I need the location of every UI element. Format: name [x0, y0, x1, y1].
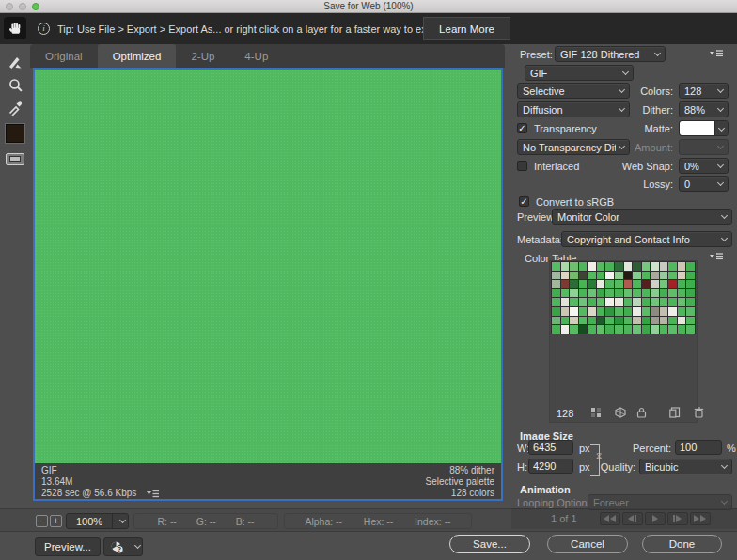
color-swatch[interactable]: [561, 307, 570, 316]
color-swatch[interactable]: [561, 262, 570, 271]
color-swatch[interactable]: [552, 307, 560, 316]
color-swatch[interactable]: [668, 317, 677, 325]
color-swatch[interactable]: [579, 298, 588, 306]
color-swatch[interactable]: [633, 317, 641, 325]
color-swatch[interactable]: [597, 298, 605, 306]
color-swatch[interactable]: [570, 272, 578, 280]
color-swatch[interactable]: [570, 317, 578, 325]
color-swatch[interactable]: [678, 289, 686, 298]
color-swatch[interactable]: [642, 325, 651, 334]
color-swatch[interactable]: [552, 280, 560, 288]
width-input[interactable]: [528, 440, 573, 455]
tab-original[interactable]: Original: [30, 44, 98, 68]
color-swatch[interactable]: [615, 289, 623, 298]
color-swatch[interactable]: [605, 289, 614, 298]
color-swatch[interactable]: [651, 325, 659, 334]
percent-input[interactable]: [675, 440, 722, 455]
color-swatch[interactable]: [570, 262, 578, 271]
color-swatch[interactable]: [642, 272, 651, 280]
transparency-dither-select[interactable]: No Transparency Dit...: [517, 139, 630, 155]
color-swatch[interactable]: [686, 298, 695, 306]
optimize-menu-button[interactable]: [710, 50, 724, 58]
palette-select[interactable]: Selective: [517, 83, 630, 99]
color-swatch[interactable]: [615, 317, 623, 325]
color-swatch[interactable]: [633, 298, 641, 306]
zoom-level-select[interactable]: 100%: [66, 513, 129, 529]
color-swatch[interactable]: [678, 298, 686, 306]
color-swatch[interactable]: [686, 317, 695, 325]
color-swatch[interactable]: [624, 262, 633, 271]
color-swatch[interactable]: [552, 289, 560, 298]
color-swatch[interactable]: [686, 307, 695, 316]
color-swatch[interactable]: [633, 307, 641, 316]
color-swatch[interactable]: [597, 262, 605, 271]
color-swatch[interactable]: [651, 262, 659, 271]
color-swatch[interactable]: [678, 280, 686, 288]
color-swatch[interactable]: [668, 289, 677, 298]
color-swatch[interactable]: [624, 272, 633, 280]
color-swatch[interactable]: [668, 262, 677, 271]
color-swatch[interactable]: [561, 272, 570, 280]
color-swatch[interactable]: [642, 307, 651, 316]
color-swatch[interactable]: [615, 272, 623, 280]
convert-srgb-checkbox[interactable]: ✓: [519, 196, 529, 207]
color-table-menu-button[interactable]: [710, 253, 724, 261]
color-swatch[interactable]: [615, 262, 623, 271]
color-swatch[interactable]: [597, 325, 605, 334]
color-swatch[interactable]: [624, 298, 633, 306]
color-swatch[interactable]: [686, 325, 695, 334]
color-swatch[interactable]: [678, 307, 686, 316]
color-swatch[interactable]: [668, 307, 677, 316]
close-button[interactable]: [6, 3, 13, 10]
color-swatch[interactable]: [678, 317, 686, 325]
lossy-select[interactable]: 0: [679, 176, 729, 192]
color-swatch[interactable]: [686, 280, 695, 288]
color-swatch[interactable]: [642, 280, 651, 288]
color-swatch[interactable]: [605, 272, 614, 280]
map-transparency-button[interactable]: [590, 407, 602, 420]
color-swatch[interactable]: [561, 298, 570, 306]
color-swatch[interactable]: [615, 307, 623, 316]
color-swatch[interactable]: [588, 262, 596, 271]
height-input[interactable]: [528, 459, 573, 474]
color-swatch[interactable]: [605, 325, 614, 334]
color-swatch[interactable]: [633, 280, 641, 288]
color-swatch[interactable]: [570, 280, 578, 288]
color-swatch[interactable]: [651, 298, 659, 306]
color-swatch[interactable]: [624, 307, 633, 316]
color-swatch[interactable]: [633, 325, 641, 334]
color-swatch[interactable]: [579, 272, 588, 280]
zoom-in-button[interactable]: +: [50, 515, 62, 527]
color-swatch[interactable]: [678, 272, 686, 280]
download-speed-menu[interactable]: [147, 490, 160, 498]
color-swatch[interactable]: [660, 272, 668, 280]
first-frame-button[interactable]: [600, 512, 620, 525]
color-swatch[interactable]: [588, 307, 596, 316]
optimized-preview-pane[interactable]: GIF 13.64M 2528 sec @ 56.6 Kbps 88% dith…: [33, 68, 503, 501]
color-swatch[interactable]: [668, 325, 677, 334]
color-swatch[interactable]: [552, 317, 560, 325]
color-swatch[interactable]: [624, 289, 633, 298]
new-color-button[interactable]: [669, 407, 681, 420]
color-swatch[interactable]: [615, 280, 623, 288]
preset-select[interactable]: GIF 128 Dithered: [555, 46, 666, 62]
color-swatch[interactable]: [668, 280, 677, 288]
color-swatch[interactable]: [605, 298, 614, 306]
color-swatch[interactable]: [588, 298, 596, 306]
zoom-out-button[interactable]: −: [36, 515, 48, 527]
color-swatch[interactable]: [570, 325, 578, 334]
color-swatch[interactable]: [660, 262, 668, 271]
color-swatch[interactable]: [570, 307, 578, 316]
color-swatch[interactable]: [605, 262, 614, 271]
color-swatch[interactable]: [686, 272, 695, 280]
color-swatch[interactable]: [579, 289, 588, 298]
color-swatch[interactable]: [660, 280, 668, 288]
minimize-button[interactable]: [19, 3, 26, 10]
color-swatch[interactable]: [552, 325, 560, 334]
color-swatch[interactable]: [605, 307, 614, 316]
color-swatch[interactable]: [588, 280, 596, 288]
color-swatch[interactable]: [668, 272, 677, 280]
browser-select-combo[interactable]: ?: [103, 537, 143, 556]
format-select[interactable]: GIF: [525, 65, 634, 81]
color-swatch[interactable]: [615, 325, 623, 334]
